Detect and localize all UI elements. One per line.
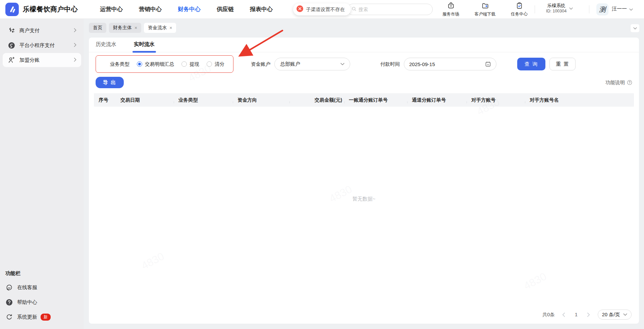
breadcrumb-tab-home[interactable]: 首页: [89, 23, 106, 33]
sidebar-item-franchise-split[interactable]: 加盟分账: [3, 53, 81, 67]
export-button[interactable]: 导 出: [96, 77, 124, 88]
radio-icon: [181, 61, 187, 67]
task-center-button[interactable]: 任务中心: [506, 2, 532, 17]
fund-account-filter: 资金账户 总部账户: [251, 58, 350, 70]
radio-icon: [207, 61, 212, 67]
task-center-label: 任务中心: [511, 11, 528, 17]
radio-label: 提现: [190, 61, 199, 67]
pagination: 共0条 1 20 条/页: [542, 310, 632, 320]
service-market-label: 服务市场: [442, 11, 459, 17]
global-search[interactable]: [347, 4, 433, 15]
radio-withdraw[interactable]: 提现: [181, 61, 199, 67]
total-count: 共0条: [542, 312, 555, 318]
help-icon: [5, 299, 13, 306]
close-icon[interactable]: ×: [135, 25, 137, 30]
chevron-right-icon: [74, 28, 76, 34]
payment-date-input[interactable]: [409, 61, 476, 67]
header-divider: [535, 5, 535, 13]
avatar[interactable]: 测: [596, 3, 608, 15]
column-header: 通道分账订单号: [407, 97, 467, 103]
client-download-button[interactable]: 客户端下载: [472, 2, 498, 17]
miniprogram-icon: [8, 42, 15, 49]
nav-marketing[interactable]: 营销中心: [139, 5, 162, 13]
main-nav: 运营中心 营销中心 财务中心 供应链 报表中心: [100, 5, 273, 13]
sidebar-item-system-update[interactable]: 系统更新 新: [0, 310, 84, 324]
user-menu[interactable]: 汪一一: [612, 6, 633, 12]
radio-transaction-summary[interactable]: 交易明细汇总: [137, 61, 174, 67]
radio-label: 交易明细汇总: [145, 61, 174, 67]
tab-history-flow[interactable]: 历史流水: [96, 41, 116, 52]
nav-supply-chain[interactable]: 供应链: [217, 5, 234, 13]
tab-realtime-flow[interactable]: 实时流水: [134, 41, 155, 52]
system-name: 乐檬系统: [547, 3, 566, 9]
next-page-button[interactable]: [584, 310, 593, 319]
column-header: 业务类型: [174, 97, 233, 103]
breadcrumb-tab-label: 首页: [93, 25, 102, 31]
sidebar-item-label: 系统更新: [17, 314, 37, 320]
sidebar-item-label: 帮助中心: [17, 299, 37, 306]
close-icon[interactable]: ×: [169, 25, 172, 30]
table-header-row: 序号 交易日期 业务类型 资金方向 交易金额(元) 一账通分账订单号 通道分账订…: [94, 93, 634, 107]
page-number[interactable]: 1: [573, 312, 580, 317]
radio-icon: [137, 61, 142, 67]
nav-finance[interactable]: 财务中心: [178, 5, 201, 13]
error-icon: [297, 5, 303, 13]
payment-time-filter: 付款时间: [380, 58, 496, 70]
reset-button[interactable]: 重 置: [549, 58, 576, 70]
fund-account-select[interactable]: 总部账户: [274, 58, 350, 70]
sidebar-item-miniprogram-pay[interactable]: 平台小程序支付: [3, 38, 81, 52]
filter-row: 业务类型 交易明细汇总 提现 清分 资金账户 总部账户: [96, 55, 632, 73]
refresh-icon: [5, 314, 13, 321]
user-name: 汪一一: [612, 6, 627, 12]
query-button[interactable]: 查 询: [517, 58, 545, 70]
breadcrumb-tab-label: 财务主体: [113, 25, 132, 31]
business-type-label: 业务类型: [110, 61, 129, 67]
nav-operations[interactable]: 运营中心: [100, 5, 123, 13]
breadcrumb-tab-fund-flow[interactable]: 资金流水 ×: [144, 23, 176, 33]
radio-clearing[interactable]: 清分: [207, 61, 224, 67]
sidebar-item-label: 商户支付: [19, 28, 74, 34]
column-header: 对手方账号: [467, 97, 525, 103]
nav-reports[interactable]: 报表中心: [250, 5, 273, 13]
system-switcher[interactable]: 乐檬系统 ID: 100304: [546, 3, 573, 13]
sidebar-item-online-support[interactable]: 在线客服: [0, 280, 84, 295]
client-download-label: 客户端下载: [475, 11, 496, 17]
prev-page-button[interactable]: [559, 310, 568, 319]
page-size-select[interactable]: 20 条/页: [598, 310, 632, 320]
tabs-collapse-button[interactable]: [631, 24, 639, 32]
fund-account-label: 资金账户: [251, 61, 270, 67]
fund-account-value: 总部账户: [280, 61, 300, 67]
download-icon: [482, 2, 489, 10]
sidebar-item-merchant-pay[interactable]: 商户支付: [3, 23, 81, 38]
fund-flow-card: 历史流水 实时流水 业务类型 交易明细汇总 提现 清分: [89, 38, 639, 324]
chevron-down-icon: [569, 5, 573, 11]
payment-time-label: 付款时间: [380, 61, 400, 67]
column-header: 一账通分账订单号: [344, 97, 407, 103]
column-header: 交易日期: [116, 97, 174, 103]
sidebar: 商户支付 平台小程序支付 加盟分账 功能栏: [0, 19, 84, 329]
column-header: 交易金额(元): [289, 97, 344, 103]
page-size-value: 20 条/页: [602, 312, 620, 318]
empty-state-text: 暂无数据~: [89, 196, 639, 202]
service-market-button[interactable]: 服务市场: [438, 2, 464, 17]
chevron-right-icon: [74, 57, 76, 63]
chevron-down-icon: [629, 6, 633, 12]
payment-date-picker[interactable]: [404, 58, 496, 70]
chevron-down-icon: [340, 63, 344, 65]
breadcrumb-tab-finance-entity[interactable]: 财务主体 ×: [109, 23, 141, 33]
sidebar-footer: 功能栏 在线客服 帮助中心 系: [0, 270, 84, 324]
sidebar-item-help-center[interactable]: 帮助中心: [0, 295, 84, 310]
search-input[interactable]: [359, 7, 426, 12]
breadcrumb: 首页 财务主体 × 资金流水 ×: [84, 19, 644, 33]
sidebar-item-label: 在线客服: [17, 284, 37, 291]
sidebar-item-label: 平台小程序支付: [19, 42, 74, 49]
flow-tabs: 历史流水 实时流水: [89, 38, 639, 52]
system-id: ID: 100304: [546, 9, 567, 13]
column-header: 资金方向: [233, 97, 289, 103]
chevron-right-icon: [74, 42, 76, 48]
sidebar-item-label: 加盟分账: [19, 57, 74, 63]
column-header: 对手方账号名: [525, 97, 584, 103]
feature-help-link[interactable]: 功能说明: [605, 79, 632, 86]
header-quick-actions: 服务市场 客户端下载 任务中心: [438, 2, 532, 17]
radio-label: 清分: [215, 61, 224, 67]
